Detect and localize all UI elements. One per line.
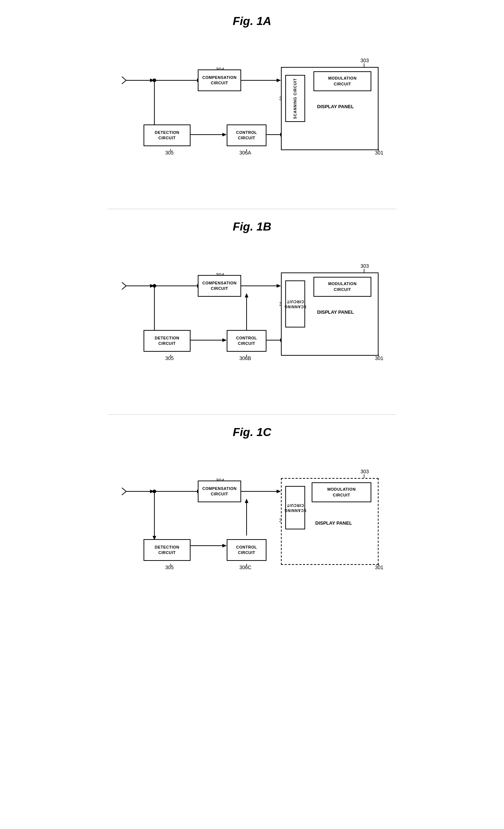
- svg-text:303: 303: [360, 469, 369, 474]
- svg-marker-60: [222, 544, 227, 547]
- display-panel-label-1c: DISPLAY PANEL: [315, 520, 352, 526]
- svg-marker-10: [222, 133, 227, 136]
- control-circuit-1c: CONTROLCIRCUIT: [227, 539, 266, 561]
- detection-circuit-1b: DETECTIONCIRCUIT: [144, 330, 191, 352]
- svg-text:305: 305: [165, 564, 174, 570]
- figure-1a-diagram: 304 303 302 305 306A 301 COMPENSATIONCIR…: [115, 39, 389, 183]
- svg-text:303: 303: [360, 58, 369, 63]
- svg-text:306C: 306C: [239, 564, 251, 570]
- scanning-circuit-1c: SCANNING CIRCUIT: [285, 486, 305, 529]
- scanning-circuit-1a: SCANNING CIRCUIT: [285, 75, 305, 122]
- svg-marker-62: [245, 499, 248, 503]
- svg-text:306A: 306A: [239, 150, 251, 156]
- control-circuit-1b: CONTROLCIRCUIT: [227, 330, 266, 352]
- display-panel-label-1b: DISPLAY PANEL: [317, 309, 354, 315]
- modulation-circuit-1a: MODULATIONCIRCUIT: [313, 71, 371, 91]
- control-circuit-1a: CONTROLCIRCUIT: [227, 124, 266, 146]
- svg-marker-34: [222, 338, 227, 342]
- figure-1b-container: Fig. 1B: [89, 220, 415, 403]
- svg-text:301: 301: [375, 150, 384, 156]
- figure-1b-diagram: 304 303 302 305 306B 301 COMPENSATIONCIR…: [115, 244, 389, 389]
- svg-text:305: 305: [165, 355, 174, 361]
- figure-1c-title: Fig. 1C: [89, 426, 415, 439]
- figure-1c-diagram: 304 303 302 305 306C 301 COMPENSATIONCIR…: [115, 450, 389, 602]
- detection-circuit-1a: DETECTIONCIRCUIT: [144, 124, 191, 146]
- svg-text:303: 303: [360, 263, 369, 269]
- svg-marker-36: [245, 293, 248, 297]
- modulation-circuit-1c: MODULATIONCIRCUIT: [312, 482, 371, 502]
- divider-2: [107, 414, 397, 415]
- compensation-circuit-1b: COMPENSATIONCIRCUIT: [198, 275, 241, 297]
- figure-1a-container: Fig. 1A 304: [89, 14, 415, 198]
- svg-marker-6: [277, 79, 281, 82]
- svg-text:306B: 306B: [239, 355, 251, 361]
- svg-marker-30: [277, 284, 281, 288]
- figure-1b-title: Fig. 1B: [89, 220, 415, 233]
- compensation-circuit-1a: COMPENSATIONCIRCUIT: [198, 69, 241, 91]
- svg-marker-56: [277, 490, 281, 493]
- modulation-circuit-1b: MODULATIONCIRCUIT: [313, 277, 371, 297]
- scanning-circuit-1b: SCANNING CIRCUIT: [285, 280, 305, 327]
- divider-1: [107, 209, 397, 209]
- detection-circuit-1c: DETECTIONCIRCUIT: [144, 539, 191, 561]
- svg-text:301: 301: [375, 564, 384, 570]
- svg-text:305: 305: [165, 150, 174, 156]
- svg-text:301: 301: [375, 355, 384, 361]
- compensation-circuit-1c: COMPENSATIONCIRCUIT: [198, 481, 241, 502]
- figure-1c-container: Fig. 1C 304: [89, 426, 415, 616]
- display-panel-label-1a: DISPLAY PANEL: [317, 104, 354, 109]
- figure-1a-title: Fig. 1A: [89, 14, 415, 28]
